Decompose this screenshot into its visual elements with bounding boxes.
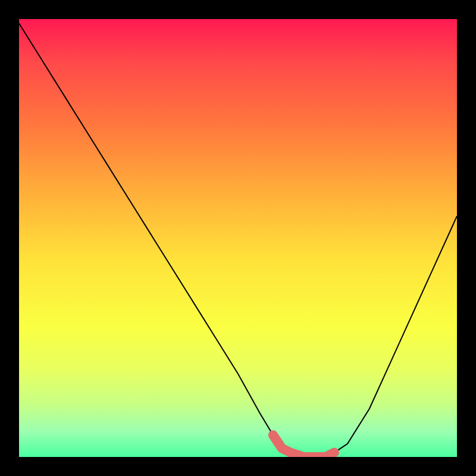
- frame-left: [0, 0, 19, 476]
- frame-bottom: [0, 457, 476, 476]
- v-curve: [19, 23, 457, 457]
- bottleneck-curve-svg: [19, 19, 457, 457]
- frame-right: [457, 0, 476, 476]
- frame-top: [0, 0, 476, 19]
- optimal-band: [273, 435, 334, 457]
